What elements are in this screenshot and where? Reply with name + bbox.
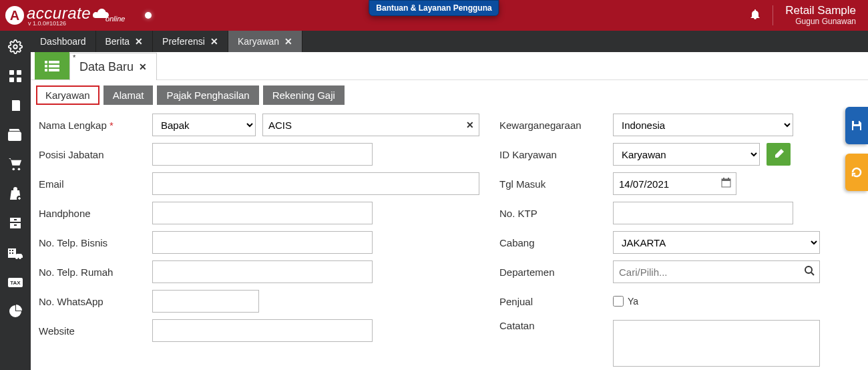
kewarganegaraan-select[interactable]: Indonesia	[613, 114, 793, 136]
bag-plus-icon[interactable]	[3, 182, 27, 206]
form-col-left: Nama Lengkap * Bapak ✕ Posisi Jabatan Em…	[39, 110, 479, 367]
gear-icon[interactable]	[3, 35, 27, 59]
website-input[interactable]	[152, 319, 373, 342]
penjual-checkbox[interactable]	[613, 296, 624, 307]
svg-rect-29	[853, 126, 860, 130]
tab-berita[interactable]: Berita ✕	[96, 31, 154, 52]
sub-tabbar: * Data Baru ✕	[31, 52, 868, 80]
svg-rect-1	[9, 70, 14, 75]
app-version: v 1.0.0#10126	[28, 20, 125, 27]
pie-chart-icon[interactable]	[3, 299, 27, 323]
label-wa: No. WhatsApp	[39, 296, 152, 307]
edit-id-button[interactable]	[767, 143, 791, 166]
label-catatan: Catatan	[499, 320, 613, 331]
svg-rect-24	[723, 178, 724, 180]
sidebar-rail: TAX	[0, 31, 31, 370]
penjual-checkbox-label: Ya	[628, 296, 638, 307]
tab-karyawan[interactable]: Karyawan ✕	[228, 31, 302, 52]
cabang-select[interactable]: JAKARTA	[613, 231, 820, 254]
logo: A accurate online v 1.0.0#10126	[5, 4, 125, 27]
label-kewarganegaraan: Kewarganegaraan	[499, 120, 613, 131]
email-input[interactable]	[152, 172, 479, 195]
tab-label: Dashboard	[40, 36, 86, 47]
departemen-input[interactable]	[613, 260, 820, 283]
quick-actions	[845, 107, 868, 191]
svg-rect-20	[45, 69, 47, 71]
formtab-rekening[interactable]: Rekening Gaji	[263, 85, 345, 105]
close-icon[interactable]: ✕	[210, 36, 218, 47]
svg-rect-12	[14, 224, 17, 226]
grid-icon[interactable]	[3, 64, 27, 88]
ktp-input[interactable]	[613, 202, 793, 224]
search-icon[interactable]	[805, 266, 815, 278]
svg-rect-16	[45, 61, 47, 63]
label-posisi: Posisi Jabatan	[39, 149, 152, 160]
company-name: Retail Sample	[785, 5, 856, 17]
svg-rect-23	[722, 179, 730, 181]
whatsapp-input[interactable]	[152, 290, 259, 313]
svg-rect-17	[49, 61, 59, 63]
save-quick-button[interactable]	[845, 107, 868, 144]
id-karyawan-select[interactable]: Karyawan	[613, 143, 760, 166]
building-car-icon[interactable]	[3, 240, 27, 264]
bell-icon[interactable]	[750, 9, 761, 22]
svg-rect-19	[49, 65, 59, 67]
telp-bisnis-input[interactable]	[152, 231, 373, 254]
form: Nama Lengkap * Bapak ✕ Posisi Jabatan Em…	[31, 105, 868, 370]
posisi-input[interactable]	[152, 143, 373, 166]
label-nama: Nama Lengkap *	[39, 120, 152, 131]
label-hp: Handphone	[39, 208, 152, 219]
form-col-right: Kewarganegaraan Indonesia ID Karyawan Ka…	[479, 110, 868, 367]
list-view-button[interactable]	[35, 52, 69, 79]
label-departemen: Departemen	[499, 266, 613, 278]
dirty-indicator-icon: *	[73, 53, 75, 61]
content-area: * Data Baru ✕ Karyawan Alamat Pajak Peng…	[31, 52, 868, 370]
svg-point-26	[805, 266, 812, 273]
catatan-textarea[interactable]	[613, 320, 820, 367]
tab-label: Preferensi	[162, 36, 205, 47]
close-icon[interactable]: ✕	[135, 36, 143, 47]
tab-label: Data Baru	[79, 60, 134, 74]
svg-text:TAX: TAX	[10, 280, 21, 286]
form-tabbar: Karyawan Alamat Pajak Penghasilan Rekeni…	[31, 80, 868, 105]
svg-rect-3	[9, 77, 14, 82]
tab-preferensi[interactable]: Preferensi ✕	[153, 31, 228, 52]
refresh-quick-button[interactable]	[845, 154, 868, 191]
penjual-checkbox-wrap[interactable]: Ya	[613, 296, 638, 307]
tab-dashboard[interactable]: Dashboard	[31, 31, 96, 52]
help-banner[interactable]: Bantuan & Layanan Pengguna	[369, 0, 499, 16]
archive-icon[interactable]	[3, 211, 27, 235]
formtab-karyawan[interactable]: Karyawan	[36, 85, 99, 105]
calendar-icon[interactable]	[721, 178, 731, 190]
label-email: Email	[39, 178, 152, 190]
telp-rumah-input[interactable]	[152, 260, 373, 283]
close-icon[interactable]: ✕	[284, 36, 292, 47]
handphone-input[interactable]	[152, 202, 373, 224]
label-cabang: Cabang	[499, 237, 613, 248]
formtab-alamat[interactable]: Alamat	[103, 85, 154, 105]
tgl-masuk-input[interactable]	[613, 172, 736, 195]
svg-rect-5	[11, 100, 12, 111]
tab-data-baru[interactable]: * Data Baru ✕	[69, 53, 157, 80]
app-header: A accurate online v 1.0.0#10126 Bantuan …	[0, 0, 868, 31]
salutation-select[interactable]: Bapak	[152, 114, 256, 136]
tab-label: Berita	[105, 36, 130, 47]
label-tgl-masuk: Tgl Masuk	[499, 178, 613, 190]
svg-rect-18	[45, 65, 47, 67]
tab-label: Karyawan	[238, 36, 279, 47]
wallet-icon[interactable]	[3, 123, 27, 147]
divider	[773, 5, 773, 25]
svg-rect-21	[49, 69, 59, 71]
cart-icon[interactable]	[3, 152, 27, 176]
clear-icon[interactable]: ✕	[466, 120, 474, 130]
formtab-pajak[interactable]: Pajak Penghasilan	[157, 85, 258, 105]
logo-badge-icon: A	[5, 6, 24, 25]
svg-point-0	[13, 45, 17, 49]
company-block[interactable]: Retail Sample Gugun Gunawan	[785, 5, 856, 26]
label-id-karyawan: ID Karyawan	[499, 149, 613, 160]
book-icon[interactable]	[3, 94, 27, 118]
close-icon[interactable]: ✕	[139, 61, 147, 72]
nama-input[interactable]	[262, 114, 479, 136]
tax-icon[interactable]: TAX	[3, 270, 27, 294]
svg-rect-25	[728, 178, 729, 180]
